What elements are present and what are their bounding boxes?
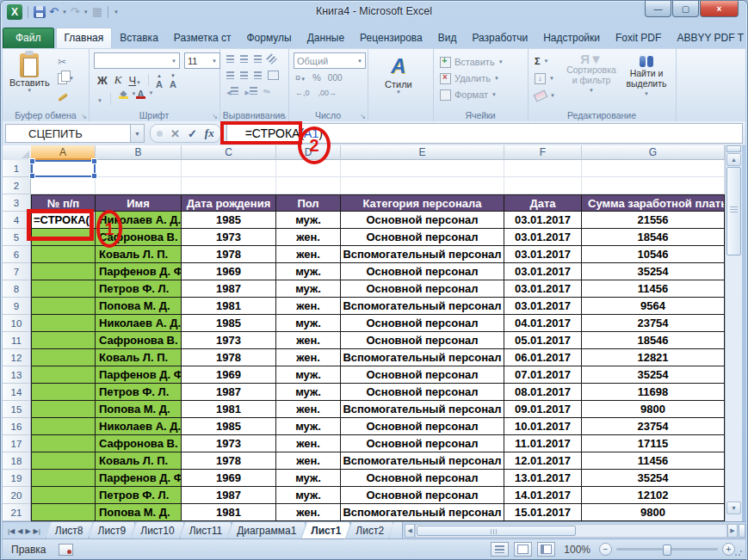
horizontal-scrollbar[interactable]: ◀ ▶ [405, 523, 745, 538]
cell-B6[interactable]: Коваль Л. П. [96, 246, 182, 263]
row-header-1[interactable]: 1 [3, 160, 31, 177]
cell-C10[interactable]: 1985 [182, 315, 276, 332]
row-header-15[interactable]: 15 [3, 401, 31, 418]
cell-F21[interactable]: 15.01.2017 [504, 504, 582, 521]
cell-F16[interactable]: 10.01.2017 [504, 418, 582, 435]
cell-C12[interactable]: 1978 [182, 349, 276, 366]
cell-F7[interactable]: 03.01.2017 [504, 263, 582, 280]
next-sheet-icon[interactable]: ▶ [25, 527, 30, 535]
cell-B20[interactable]: Петров Ф. Л. [96, 487, 182, 504]
scroll-down-icon[interactable]: ▼ [726, 502, 741, 514]
cell-D14[interactable]: муж. [276, 384, 341, 401]
cell-E4[interactable]: Основной персонал [341, 212, 504, 229]
cell-G5[interactable]: 18546 [582, 229, 725, 246]
row-header-7[interactable]: 7 [3, 263, 31, 280]
cell-E16[interactable]: Основной персонал [341, 418, 504, 435]
cell-D16[interactable]: муж. [276, 418, 341, 435]
cell-B18[interactable]: Коваль Л. П. [96, 452, 182, 470]
cell-F1[interactable] [504, 160, 582, 177]
first-sheet-icon[interactable]: |◀ [8, 527, 15, 535]
cell-F6[interactable]: 03.01.2017 [504, 246, 582, 263]
zoom-slider[interactable]: − + [599, 543, 735, 556]
cell-F11[interactable]: 05.01.2017 [504, 332, 582, 349]
cell-C21[interactable]: 1981 [182, 504, 276, 521]
cell-C15[interactable]: 1981 [182, 401, 276, 418]
cell-C13[interactable]: 1969 [182, 366, 276, 384]
ribbon-tab-11[interactable]: ABBYY PDF T [669, 28, 748, 48]
cell-D21[interactable]: жен. [276, 504, 341, 521]
dialog-launcher-icon[interactable]: ↘ [81, 113, 87, 120]
orientation-button[interactable] [266, 53, 277, 65]
cell-A18[interactable] [31, 452, 96, 470]
cell-A2[interactable] [31, 177, 96, 194]
ribbon-tab-5[interactable]: Данные [300, 28, 352, 48]
zoom-out-icon[interactable]: − [599, 543, 612, 556]
dialog-launcher-icon[interactable]: ↘ [212, 113, 218, 120]
cell-C4[interactable]: 1985 [182, 212, 276, 229]
table-header-4[interactable]: Категория персонала [341, 194, 504, 212]
row-header-16[interactable]: 16 [3, 418, 31, 435]
cell-C17[interactable]: 1973 [182, 435, 276, 452]
cell-F20[interactable]: 14.01.2017 [504, 487, 582, 504]
cell-A20[interactable] [31, 487, 96, 504]
cell-C5[interactable]: 1973 [182, 229, 276, 246]
cell-G9[interactable]: 9564 [582, 298, 725, 315]
cell-F18[interactable]: 12.01.2017 [504, 452, 582, 470]
cell-B11[interactable]: Сафронова В. М. [96, 332, 182, 349]
cell-B9[interactable]: Попова М. Д. [96, 298, 182, 315]
cell-E2[interactable] [341, 177, 504, 194]
cell-D18[interactable]: жен. [276, 452, 341, 470]
row-header-19[interactable]: 19 [3, 470, 31, 487]
resize-grip[interactable] [734, 548, 743, 557]
column-header-G[interactable]: G [582, 145, 725, 160]
cell-C11[interactable]: 1973 [182, 332, 276, 349]
cell-C2[interactable] [182, 177, 276, 194]
fill-button[interactable]: ↓▼ [535, 71, 555, 85]
scroll-right-icon[interactable]: ▶ [727, 524, 738, 538]
cell-A7[interactable] [31, 263, 96, 280]
increase-decimal-button[interactable]: ←,0 [295, 89, 310, 97]
confirm-entry-icon[interactable]: ✓ [188, 127, 197, 140]
cell-A8[interactable] [31, 280, 96, 298]
ribbon-tab-9[interactable]: Надстройки [535, 28, 608, 48]
cell-A21[interactable] [31, 504, 96, 521]
row-header-10[interactable]: 10 [3, 315, 31, 332]
cell-B19[interactable]: Парфенов Д. Ф. [96, 470, 182, 487]
fill-color-button[interactable]: ◆▼ [119, 89, 128, 108]
column-header-F[interactable]: F [504, 145, 582, 160]
cell-A16[interactable] [31, 418, 96, 435]
cell-F10[interactable]: 04.01.2017 [504, 315, 582, 332]
shrink-font-button[interactable]: ▼А [170, 71, 176, 89]
cell-A6[interactable] [31, 246, 96, 263]
scroll-left-icon[interactable]: ◀ [405, 524, 415, 538]
cell-B13[interactable]: Парфенов Д. Ф. [96, 366, 182, 384]
cell-E15[interactable]: Вспомогательный персонал [341, 401, 504, 418]
column-header-A[interactable]: A [31, 145, 96, 160]
sheet-tab-Лист10[interactable]: Лист10 [131, 522, 183, 539]
sheet-tab-Лист9[interactable]: Лист9 [89, 522, 136, 539]
cell-D11[interactable]: жен. [276, 332, 341, 349]
cell-E18[interactable]: Вспомогательный персонал [341, 452, 504, 470]
cell-E21[interactable]: Вспомогательный персонал [341, 504, 504, 521]
cell-A17[interactable] [31, 435, 96, 452]
cell-F4[interactable]: 03.01.2017 [504, 212, 582, 229]
restore-button[interactable]: ▢ [672, 1, 699, 17]
cell-D2[interactable] [276, 177, 341, 194]
cell-C8[interactable]: 1987 [182, 280, 276, 298]
cell-D4[interactable]: муж. [276, 212, 341, 229]
percent-format-button[interactable]: % [312, 72, 321, 83]
font-color-button[interactable]: А▼ [136, 89, 145, 108]
number-format-select[interactable]: Общий▼ [294, 52, 366, 69]
ribbon-tab-10[interactable]: Foxit PDF [608, 28, 669, 48]
cell-A12[interactable] [31, 349, 96, 366]
cell-B12[interactable]: Коваль Л. П. [96, 349, 182, 366]
cell-B7[interactable]: Парфенов Д. Ф. [96, 263, 182, 280]
cell-G4[interactable]: 21556 [582, 212, 725, 229]
row-header-21[interactable]: 21 [3, 504, 31, 521]
cell-G21[interactable]: 9800 [582, 504, 725, 521]
cell-B16[interactable]: Николаев А. Д. [96, 418, 182, 435]
cell-B2[interactable] [96, 177, 182, 194]
ribbon-tab-2[interactable]: Вставка [112, 28, 166, 48]
cell-G14[interactable]: 11698 [582, 384, 725, 401]
cell-F17[interactable]: 11.01.2017 [504, 435, 582, 452]
